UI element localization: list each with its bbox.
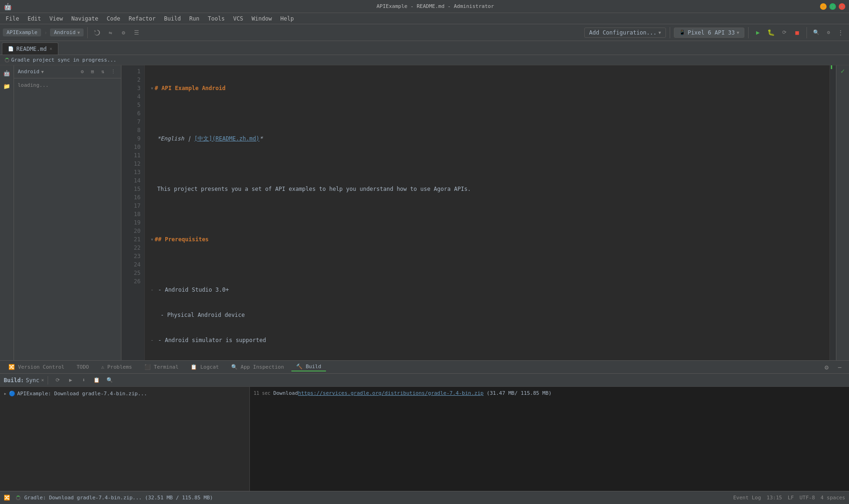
- project-selector-label: Android: [18, 69, 39, 75]
- debug-button[interactable]: 🐛: [765, 27, 777, 38]
- gradle-status-text: Gradle: Download gradle-7.4-bin.zip... (…: [24, 495, 213, 501]
- ln-16: 16: [123, 193, 141, 202]
- close-btn[interactable]: ×: [839, 3, 845, 10]
- project-panel-header: Android ▼ ⚙ ⊞ ⇅ ⋮: [14, 65, 121, 78]
- build-icon-2[interactable]: ▶: [65, 375, 76, 386]
- settings-icon-btn[interactable]: ☰: [131, 27, 142, 38]
- menu-help[interactable]: Help: [276, 14, 297, 23]
- readme-tab-close[interactable]: ×: [50, 46, 52, 51]
- device-label: Pixel 6 API 33: [687, 29, 735, 36]
- panel-header-icons: ⚙ ⊞ ⇅ ⋮: [78, 68, 117, 76]
- bottom-tab-problems[interactable]: ⚠ Problems: [96, 363, 136, 371]
- panel-icon-more[interactable]: ⋮: [109, 68, 117, 76]
- ln-13: 13: [123, 168, 141, 176]
- add-config-label: Add Configuration...: [589, 29, 657, 36]
- maximize-btn[interactable]: □: [829, 3, 836, 10]
- sidebar-icon-1[interactable]: 📁: [1, 80, 13, 92]
- android-dropdown-icon: ▼: [78, 30, 80, 35]
- menu-vcs[interactable]: VCS: [229, 14, 247, 23]
- panel-icon-sort[interactable]: ⇅: [99, 68, 107, 76]
- gradle-spinner: [16, 496, 21, 500]
- project-badge[interactable]: APIExample: [3, 28, 41, 36]
- gear-icon-btn[interactable]: ⚙: [118, 27, 129, 38]
- readme-tab[interactable]: 📄 README.md ×: [2, 42, 58, 55]
- toolbar-separator-4: [807, 27, 807, 38]
- title-left: 🤖: [4, 3, 50, 10]
- code-content[interactable]: ▾# API Example Android *English | [中文](R…: [145, 65, 829, 360]
- code-line-8: [150, 260, 824, 269]
- readme-tab-label: README.md: [16, 46, 47, 52]
- encoding-indicator[interactable]: UTF-8: [799, 495, 815, 501]
- menu-edit[interactable]: Edit: [24, 14, 45, 23]
- toolbar-icon-3[interactable]: ⋮: [835, 27, 846, 38]
- right-sidebar: ✓: [836, 65, 849, 360]
- status-left: 🔀 Gradle: Download gradle-7.4-bin.zip...…: [4, 495, 213, 501]
- version-control-icon[interactable]: 🔀: [4, 495, 10, 501]
- bottom-tab-app-inspection[interactable]: 🔍 App Inspection: [226, 363, 289, 371]
- event-log[interactable]: Event Log: [733, 495, 761, 501]
- tree-icon-btn[interactable]: ⇋: [105, 27, 116, 38]
- project-panel: Android ▼ ⚙ ⊞ ⇅ ⋮ loading...: [14, 65, 121, 360]
- toolbar-separator-3: [748, 27, 749, 38]
- stop-button[interactable]: ■: [792, 27, 803, 38]
- bottom-tab-build[interactable]: 🔨 Build: [291, 363, 326, 371]
- file-tabs: 📄 README.md ×: [0, 41, 849, 55]
- menu-window[interactable]: Window: [248, 14, 276, 23]
- spaces-indicator[interactable]: 4 spaces: [821, 495, 845, 501]
- build-content: ▸ 🔵 APIExample: Download gradle-7.4-bin.…: [0, 387, 849, 491]
- bottom-tab-logcat[interactable]: 📋 Logcat: [186, 363, 223, 371]
- event-log-label: Event Log: [733, 495, 761, 501]
- android-selector[interactable]: Android ▼: [50, 28, 84, 36]
- add-configuration-button[interactable]: Add Configuration... ▼: [584, 28, 666, 38]
- bottom-settings-btn[interactable]: ⚙: [821, 362, 832, 373]
- sync-icon-btn[interactable]: [92, 27, 103, 38]
- menu-refactor[interactable]: Refactor: [125, 14, 159, 23]
- status-bar: 🔀 Gradle: Download gradle-7.4-bin.zip...…: [0, 491, 849, 504]
- bottom-minimize-btn[interactable]: −: [834, 362, 845, 373]
- toolbar-icon-2[interactable]: ⚙: [823, 27, 834, 38]
- bottom-panel: 🔀 Version Control TODO ⚠ Problems ⬛ Term…: [0, 360, 849, 491]
- menu-tools[interactable]: Tools: [204, 14, 228, 23]
- panel-icon-gear[interactable]: ⚙: [78, 68, 86, 76]
- sidebar-icon-android[interactable]: 🤖: [1, 67, 13, 79]
- git-icon: 🔀: [4, 495, 10, 501]
- download-link[interactable]: https://services.gradle.org/distribution…: [298, 390, 483, 396]
- gutter-indicator: [831, 65, 832, 69]
- build-icon-1[interactable]: ⟳: [52, 375, 63, 386]
- device-selector[interactable]: 📱 Pixel 6 API 33 ▼: [674, 28, 744, 38]
- menu-file[interactable]: File: [2, 14, 23, 23]
- menu-view[interactable]: View: [46, 14, 67, 23]
- build-right-pane: 11 sec Download https://services.gradle.…: [250, 387, 849, 491]
- expand-arrow[interactable]: ▸: [4, 391, 7, 397]
- line-col-indicator[interactable]: 13:15: [767, 495, 782, 501]
- toolbar-icon-1[interactable]: 🔍: [811, 27, 822, 38]
- menu-build[interactable]: Build: [160, 14, 184, 23]
- spaces-text: 4 spaces: [821, 495, 845, 501]
- run-button[interactable]: ▶: [752, 27, 764, 38]
- download-size: [483, 390, 487, 396]
- menu-navigate[interactable]: Navigate: [68, 14, 102, 23]
- profile-button[interactable]: ⟳: [778, 27, 790, 38]
- code-line-9: - - Android Studio 3.0+: [150, 286, 824, 294]
- editor-content: 1 2 3 4 5 6 7 8 9 10 11 12 13 14 15 16 1…: [121, 65, 836, 360]
- build-icon-5[interactable]: 🔍: [104, 375, 115, 386]
- minimize-btn[interactable]: −: [820, 3, 827, 10]
- build-icon-4[interactable]: 📋: [91, 375, 102, 386]
- build-icon-3[interactable]: ⬇: [78, 375, 89, 386]
- ln-8: 8: [123, 126, 141, 134]
- app-logo: 🤖: [4, 3, 12, 10]
- panel-icon-layout[interactable]: ⊞: [88, 68, 97, 76]
- toolbar-right-icons: 🔍 ⚙ ⋮: [811, 27, 846, 38]
- project-selector[interactable]: Android ▼: [18, 69, 44, 75]
- lf-indicator[interactable]: LF: [788, 495, 794, 501]
- sync-tab-label[interactable]: Sync: [26, 377, 39, 384]
- bottom-tab-version-control[interactable]: 🔀 Version Control: [4, 363, 69, 371]
- menu-run[interactable]: Run: [185, 14, 203, 23]
- bottom-toolbar-right: ⚙ −: [821, 362, 845, 373]
- bottom-tab-terminal[interactable]: ⬛ Terminal: [140, 363, 184, 371]
- sync-close-btn[interactable]: ×: [41, 378, 44, 383]
- lf-text: LF: [788, 495, 794, 501]
- gradle-status: Gradle: Download gradle-7.4-bin.zip... (…: [16, 495, 213, 501]
- menu-code[interactable]: Code: [103, 14, 124, 23]
- bottom-tab-todo[interactable]: TODO: [72, 363, 94, 371]
